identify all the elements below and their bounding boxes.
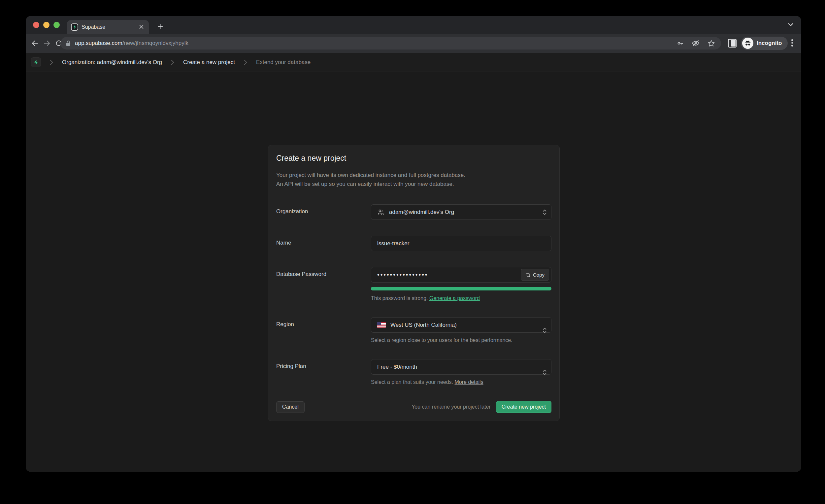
create-project-card: Create a new project Your project will h… [268, 145, 560, 421]
browser-tab-supabase[interactable]: Supabase [67, 20, 149, 34]
browser-menu-icon[interactable] [791, 39, 793, 47]
password-row: Database Password •••••••••••••••• Copy … [276, 267, 551, 301]
tab-close-icon[interactable] [138, 23, 145, 31]
tab-title: Supabase [81, 24, 134, 30]
password-value: •••••••••••••••• [377, 271, 428, 279]
browser-toolbar: app.supabase.com/new/jfnsmqoynldvxjyhpyl… [26, 34, 801, 53]
side-panel-icon[interactable] [728, 39, 737, 48]
region-value: West US (North California) [390, 322, 457, 329]
omnibox-trailing-icons [676, 39, 715, 47]
minimize-window-button[interactable] [43, 22, 50, 28]
organization-select[interactable]: adam@windmill.dev's Org [371, 204, 551, 220]
incognito-label: Incognito [757, 40, 782, 47]
organization-label: Organization [276, 204, 371, 215]
window-controls [33, 22, 60, 28]
breadcrumb-create-project[interactable]: Create a new project [183, 59, 235, 66]
region-label: Region [276, 317, 371, 328]
lightning-bolt-icon [73, 25, 77, 29]
pricing-value: Free - $0/month [377, 364, 417, 370]
region-select[interactable]: West US (North California) [371, 317, 551, 333]
copy-button-label: Copy [533, 272, 544, 278]
forward-button[interactable] [41, 37, 53, 49]
supabase-logo[interactable] [31, 57, 41, 67]
incognito-icon [742, 38, 753, 49]
lightning-bolt-icon [33, 59, 39, 65]
url-path: /new/jfnsmqoynldvxjyhpylk [123, 40, 189, 46]
copy-password-button[interactable]: Copy [521, 269, 549, 281]
create-new-project-button[interactable]: Create new project [496, 401, 551, 413]
more-details-link[interactable]: More details [454, 379, 483, 385]
back-button[interactable] [29, 37, 41, 49]
users-icon [377, 209, 384, 216]
incognito-badge: Incognito [741, 37, 788, 50]
zoom-window-button[interactable] [54, 22, 60, 28]
organization-row: Organization adam@windmill.dev's Org [276, 204, 551, 220]
card-description-line1: Your project will have its own dedicated… [276, 171, 551, 179]
name-row: Name [276, 236, 551, 251]
tab-search-chevron-icon[interactable] [788, 21, 794, 29]
select-caret-icon [542, 209, 547, 216]
card-description-line2: An API will be set up so you can easily … [276, 179, 551, 189]
password-label: Database Password [276, 267, 371, 278]
app-header: Organization: adam@windmill.dev's Org Cr… [26, 53, 801, 72]
select-caret-icon [542, 369, 547, 376]
url-text: app.supabase.com/new/jfnsmqoynldvxjyhpyl… [75, 40, 673, 47]
url-bar[interactable]: app.supabase.com/new/jfnsmqoynldvxjyhpyl… [60, 37, 721, 50]
new-tab-button[interactable] [155, 21, 165, 31]
project-name-input[interactable] [371, 236, 551, 251]
select-caret-icon [542, 327, 547, 334]
tab-strip: Supabase [26, 16, 801, 34]
password-strength-text: This password is strong. Generate a pass… [371, 295, 551, 301]
page-title: Create a new project [276, 154, 551, 163]
browser-window: Supabase app.supabase.com/new/jfnsmqoynl… [26, 16, 801, 472]
lock-icon [66, 40, 71, 46]
pricing-label: Pricing Plan [276, 359, 371, 370]
us-flag-icon [377, 322, 386, 328]
url-domain: app.supabase.com [75, 40, 123, 46]
eye-slash-icon[interactable] [692, 39, 699, 47]
supabase-favicon-icon [71, 23, 78, 31]
close-window-button[interactable] [33, 22, 39, 28]
password-key-icon[interactable] [676, 40, 684, 47]
create-project-form: Organization adam@windmill.dev's Org N [276, 204, 551, 385]
breadcrumb-chevron-icon [171, 59, 174, 65]
pricing-helper-message: Select a plan that suits your needs. [371, 379, 454, 385]
breadcrumb-extend-database: Extend your database [256, 59, 310, 66]
bookmark-star-icon[interactable] [707, 40, 715, 47]
breadcrumb-chevron-icon [50, 59, 54, 65]
generate-password-link[interactable]: Generate a password [429, 295, 480, 301]
card-description: Your project will have its own dedicated… [276, 171, 551, 189]
breadcrumb-chevron-icon [243, 59, 247, 65]
organization-value: adam@windmill.dev's Org [389, 209, 454, 216]
breadcrumb-organization[interactable]: Organization: adam@windmill.dev's Org [62, 59, 162, 66]
card-footer: Cancel You can rename your project later… [276, 401, 551, 413]
name-label: Name [276, 236, 371, 246]
password-strength-bar [371, 287, 551, 290]
region-helper-text: Select a region close to your users for … [371, 337, 551, 343]
page-content: Create a new project Your project will h… [26, 72, 801, 472]
pricing-helper-text: Select a plan that suits your needs. Mor… [371, 379, 551, 385]
rename-note: You can rename your project later [411, 404, 491, 410]
strength-message: This password is strong. [371, 295, 429, 301]
pricing-plan-select[interactable]: Free - $0/month [371, 359, 551, 375]
pricing-row: Pricing Plan Free - $0/month Select a pl… [276, 359, 551, 385]
region-row: Region West US (North California) Select… [276, 317, 551, 343]
cancel-button[interactable]: Cancel [276, 401, 305, 413]
copy-icon [525, 272, 530, 277]
